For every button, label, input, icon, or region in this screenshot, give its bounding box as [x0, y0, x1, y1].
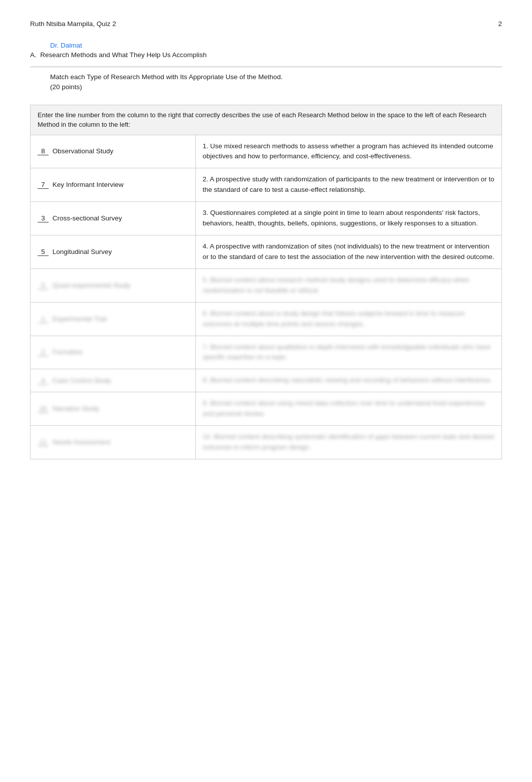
left-cell-3: 3 Cross-sectional Survey	[31, 202, 195, 235]
description-4: A prospective with randomization of site…	[203, 242, 494, 260]
match-table: 8 Observational Study 1. Use mixed resea…	[31, 135, 501, 459]
right-cell-4: 4. A prospective with randomization of s…	[195, 235, 501, 269]
answer-blank-b2: 1	[38, 315, 49, 323]
right-cell-b3: 7. Blurred content about qualitative in-…	[195, 336, 501, 369]
right-cell-b6: 10. Blurred content describing systemati…	[195, 426, 501, 459]
answer-blank-3[interactable]: 3	[38, 214, 49, 222]
left-cell-1: 8 Observational Study	[31, 135, 195, 168]
left-cell-b6: 11 Needs Assessment	[31, 426, 195, 459]
right-cell-b4: 8. Blurred content describing naturalist…	[195, 369, 501, 392]
description-2: A prospective study with randomization o…	[203, 175, 494, 193]
description-1: Use mixed research methods to assess whe…	[203, 142, 493, 160]
left-cell-b1: 5 Quasi-experimental Study	[31, 269, 195, 302]
item-number-4: 4.	[203, 242, 208, 250]
left-cell-b4: 4 Case Control Study	[31, 369, 195, 392]
left-cell-4: 5 Longitudinal Survey	[31, 235, 195, 269]
instructor-link[interactable]: Dr. Dalmat	[50, 42, 502, 49]
method-name-b6: Needs Assessment	[53, 438, 111, 446]
right-cell-3: 3. Questionnaires completed at a single …	[195, 202, 501, 235]
method-name-4: Longitudinal Survey	[53, 248, 112, 255]
method-name-b2: Experimental Trial	[53, 315, 107, 323]
answer-blank-1[interactable]: 8	[38, 147, 49, 155]
matching-table-container: Enter the line number from the column to…	[30, 105, 502, 460]
left-cell-b3: 2 Formative	[31, 336, 195, 369]
table-row: 3 Cross-sectional Survey 3. Questionnair…	[31, 202, 501, 235]
section-label: A.	[30, 51, 37, 59]
section-title: Research Methods and What They Help Us A…	[40, 51, 206, 59]
method-name-b4: Case Control Study	[53, 377, 111, 384]
table-row-blurred: 11 Needs Assessment 10. Blurred content …	[31, 426, 501, 459]
section-heading: A. Research Methods and What They Help U…	[30, 51, 502, 59]
instructions-line2: (20 points)	[50, 82, 502, 92]
table-row-blurred: 10 Narrative Study 9. Blurred content ab…	[31, 392, 501, 426]
item-number-3: 3.	[203, 209, 208, 216]
answer-blank-b5: 10	[38, 405, 49, 413]
method-name-b3: Formative	[53, 348, 83, 356]
table-row-blurred: 5 Quasi-experimental Study 5. Blurred co…	[31, 269, 501, 302]
method-name-2: Key Informant Interview	[53, 181, 124, 188]
item-number-2: 2.	[203, 175, 208, 183]
method-name-b1: Quasi-experimental Study	[53, 282, 130, 289]
table-row: 8 Observational Study 1. Use mixed resea…	[31, 135, 501, 168]
answer-blank-b4: 4	[38, 377, 49, 385]
right-cell-1: 1. Use mixed research methods to assess …	[195, 135, 501, 168]
right-cell-b2: 6. Blurred content about a study design …	[195, 302, 501, 336]
instructions-block: Match each Type of Research Method with …	[50, 72, 502, 93]
table-instructions-text: Enter the line number from the column to…	[31, 105, 501, 135]
method-name-3: Cross-sectional Survey	[53, 214, 122, 222]
table-row-blurred: 1 Experimental Trial 6. Blurred content …	[31, 302, 501, 336]
table-row-blurred: 2 Formative 7. Blurred content about qua…	[31, 336, 501, 369]
answer-blank-b1: 5	[38, 282, 49, 290]
answer-blank-4[interactable]: 5	[38, 248, 49, 256]
table-row: 7 Key Informant Interview 2. A prospecti…	[31, 168, 501, 202]
table-row-blurred: 4 Case Control Study 8. Blurred content …	[31, 369, 501, 392]
section-divider	[30, 67, 502, 67]
student-name: Ruth Ntsiba Mampila, Quiz 2	[30, 20, 116, 28]
method-name-1: Observational Study	[53, 147, 114, 155]
right-cell-b1: 5. Blurred content about research method…	[195, 269, 501, 302]
right-cell-2: 2. A prospective study with randomizatio…	[195, 168, 501, 202]
table-row: 5 Longitudinal Survey 4. A prospective w…	[31, 235, 501, 269]
answer-blank-b6: 11	[38, 438, 49, 446]
instructions-line1: Match each Type of Research Method with …	[50, 72, 502, 82]
page-number: 2	[498, 20, 502, 28]
right-cell-b5: 9. Blurred content about using mixed dat…	[195, 392, 501, 426]
left-cell-2: 7 Key Informant Interview	[31, 168, 195, 202]
answer-blank-b3: 2	[38, 348, 49, 356]
item-number-1: 1.	[203, 142, 208, 150]
answer-blank-2[interactable]: 7	[38, 181, 49, 189]
method-name-b5: Narrative Study	[53, 405, 99, 412]
left-cell-b2: 1 Experimental Trial	[31, 302, 195, 336]
description-3: Questionnaires completed at a single poi…	[203, 209, 480, 227]
left-cell-b5: 10 Narrative Study	[31, 392, 195, 426]
